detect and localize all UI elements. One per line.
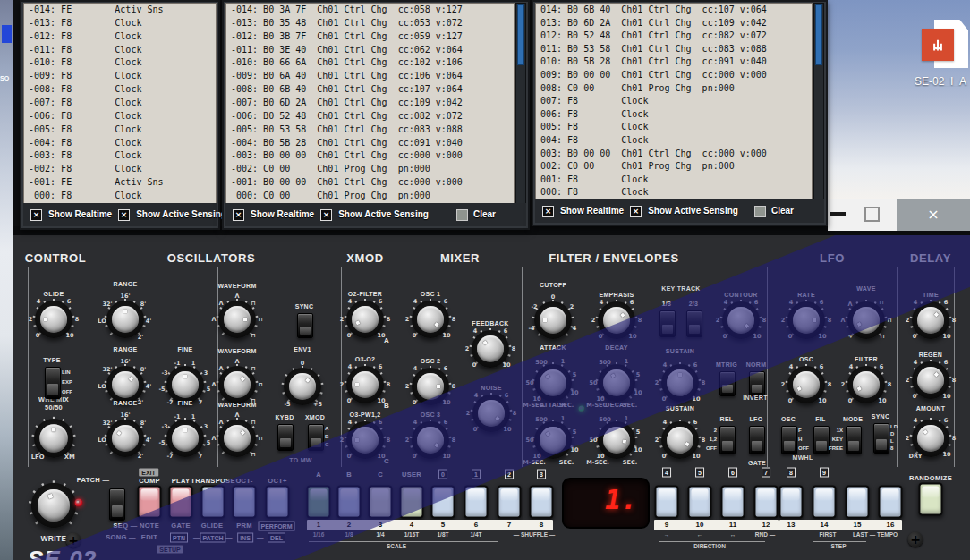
invert-label: INVERT [743,395,767,401]
section-divider [767,267,768,467]
step-9-button[interactable] [655,486,679,519]
scrollbar-thumb[interactable] [517,4,524,65]
midi-row: -010: B0 66 6A Ch01 Ctrl Chg cc:102 v:10… [231,56,514,70]
midi-row: 001: F8 Clock [540,174,812,187]
first-label: FIRST [820,532,837,539]
transpose-button[interactable] [201,486,225,519]
step-15-button[interactable] [846,486,870,519]
close-button[interactable]: × [897,199,970,231]
comp-button[interactable] [138,486,162,519]
scrollbar[interactable] [813,3,824,200]
midi-row: 014: B0 6B 40 Ch01 Ctrl Chg cc:107 v:064 [540,4,812,17]
lfo-section-label: LFO [820,252,845,264]
oct-up-button[interactable] [266,486,290,519]
to-mw-label: TO MW [289,457,311,463]
midi-monitor-window: -014: FE Activ Sns-013: F8 Clock-012: F8… [20,0,220,230]
window-titlebar: × [828,199,970,231]
step-5-button[interactable] [431,486,455,519]
desktop-wallpaper-left: SO [0,0,13,560]
1-4t-label: 1/4T [470,532,481,539]
step-6-button[interactable] [464,486,489,519]
number-strip [654,520,779,530]
pattern-a-button[interactable] [307,486,331,519]
step-16-button[interactable] [879,486,903,519]
step-8-button[interactable] [530,486,554,519]
section-divider [522,267,523,467]
step-7-button[interactable] [498,486,522,519]
filter-envelopes-section-label: FILTER / ENVELOPES [549,252,679,264]
midi-row: 006: F8 Clock [540,108,812,122]
show-active-sensing-checkbox[interactable]: × [630,206,642,217]
clear-button[interactable] [754,206,766,217]
section-divider [28,267,29,467]
midi-message-list[interactable]: -014: B0 3A 7F Ch01 Ctrl Chg cc:058 v:12… [225,3,515,204]
scrollbar-thumb[interactable] [815,4,822,65]
document-icon[interactable] [929,20,968,68]
midi-row: -011: B0 3E 40 Ch01 Ctrl Chg cc:062 v:06… [231,44,514,57]
midi-row: -001: FE Activ Sns [29,176,216,190]
oscillators-section-label: OSCILLATORS [167,252,256,264]
c-label: C [378,471,383,479]
3-label: 3 [537,470,546,479]
1-16-label: 1/16 [313,532,325,539]
pattern-b-button[interactable] [337,486,362,519]
comp-label: COMP [139,478,160,485]
midi-row: -010: F8 Clock [29,56,216,70]
midi-row: 000: F8 Clock [540,186,812,199]
show-realtime-label: Show Realtime [48,210,112,219]
clear-button[interactable] [456,209,468,221]
direction-label: DIRECTION [693,544,726,550]
midi-row: 013: B0 6D 2A Ch01 Ctrl Chg cc:109 v:042 [540,17,812,30]
1-label: 1 [472,470,481,479]
user-button[interactable] [400,486,424,519]
midi-monitor-window: -014: B0 3A 7F Ch01 Ctrl Chg cc:058 v:12… [222,0,530,230]
show-active-sensing-checkbox[interactable]: × [118,209,130,221]
midi-row: -014: FE Activ Sns [29,4,216,17]
show-active-sensing-label: Show Active Sensing [136,210,226,219]
minimize-button[interactable] [830,212,846,216]
screw-icon [908,532,923,547]
xmod-section-label: XMOD [346,252,383,264]
show-realtime-checkbox[interactable]: × [233,209,244,221]
12-label: 12 [762,522,770,529]
midi-message-list[interactable]: 014: B0 6B 40 Ch01 Ctrl Chg cc:107 v:064… [535,3,813,200]
x-label: — [225,534,233,541]
prm-label: PRM [236,522,252,530]
5-label: 5 [695,468,704,478]
oct-down-button[interactable] [233,486,257,519]
midi-row: -008: B0 6B 40 Ch01 Ctrl Chg cc:107 v:06… [231,83,514,97]
control-section-label: CONTROL [25,252,86,264]
maximize-button[interactable] [864,207,880,222]
midi-monitor-window: 014: B0 6B 40 Ch01 Ctrl Chg cc:107 v:064… [532,0,828,226]
show-active-sensing-checkbox[interactable]: × [320,209,332,221]
show-realtime-checkbox[interactable]: × [30,209,42,221]
step-10-button[interactable] [688,486,712,519]
play-button[interactable] [169,486,193,519]
midi-row: -007: B0 6D 2A Ch01 Ctrl Chg cc:109 v:04… [231,97,514,110]
midi-row: -003: B0 00 00 Ch01 Ctrl Chg cc:000 v:00… [231,149,514,163]
midi-row: 005: F8 Clock [540,121,812,134]
step-11-button[interactable] [721,486,745,519]
midi-row: -013: B0 35 48 Ch01 Ctrl Chg cc:053 v:07… [231,17,514,30]
perform-label: PERFORM [259,522,295,531]
step-13-button[interactable] [779,486,804,519]
scrollbar[interactable] [515,3,526,204]
number-strip [307,520,553,530]
show-realtime-checkbox[interactable]: × [542,206,554,217]
midi-message-list[interactable]: -014: FE Activ Sns-013: F8 Clock-012: F8… [23,3,217,204]
screw-icon [66,533,81,548]
midi-row: -004: B0 5B 28 Ch01 Ctrl Chg cc:091 v:04… [231,137,514,150]
midi-row: -005: F8 Clock [29,123,216,137]
11-label: 11 [729,522,736,529]
randomize-button[interactable] [919,483,943,516]
desktop-icon-fragment [2,25,12,43]
pattern-c-button[interactable] [369,486,393,519]
se02-editor-panel: 1. SE-02 CONTROLOSCILLATORSXMODMIXERFILT… [13,235,970,560]
step-14-button[interactable] [813,486,837,519]
8-label: 8 [787,468,796,478]
last-tempo-label: LAST — TEMPO [853,532,898,539]
step-12-button[interactable] [754,486,779,519]
key-track-label: KEY TRACK [661,285,700,292]
4-label: 4 [662,468,671,478]
glide-label: GLIDE [201,522,223,530]
